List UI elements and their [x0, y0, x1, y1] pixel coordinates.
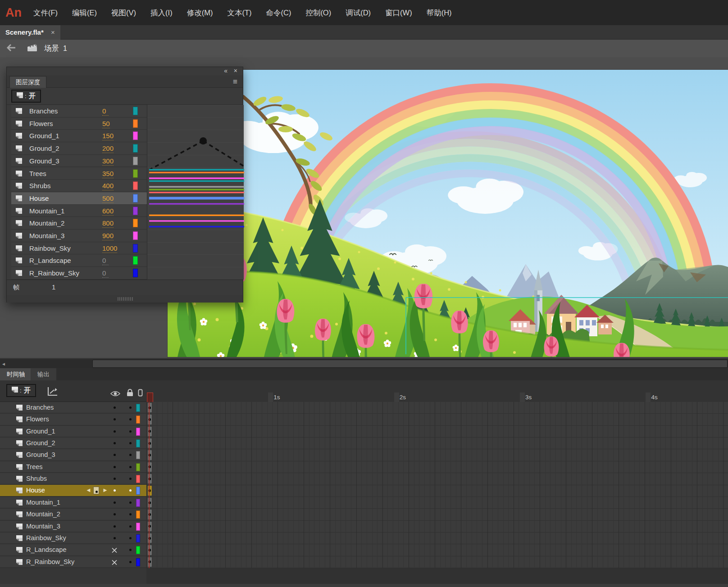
layer-color-chip[interactable] [133, 194, 138, 203]
depth-layer-row-R_Rainbow_Sky[interactable]: R_Rainbow_Sky0 [11, 267, 147, 280]
timeline-layer-row-R_Rainbow_Sky[interactable]: R_Rainbow_Sky [0, 556, 146, 568]
layer-color-chip[interactable] [133, 244, 138, 253]
depth-layer-row-Mountain_2[interactable]: Mountain_2800 [11, 217, 147, 230]
layer-color-chip[interactable] [136, 499, 140, 507]
layer-depth-value[interactable]: 150 [102, 132, 114, 140]
keyframe-Trees-frame-1[interactable] [148, 462, 152, 472]
layer-color-chip[interactable] [133, 107, 138, 115]
layer-depth-value[interactable]: 900 [102, 232, 114, 240]
visibility-dot[interactable] [114, 430, 116, 433]
depth-layer-row-Ground_3[interactable]: Ground_3300 [11, 155, 147, 167]
menu-item[interactable]: 编辑(E) [65, 0, 104, 25]
visibility-dot[interactable] [114, 525, 116, 528]
panel-collapse-icon[interactable]: « [224, 67, 228, 74]
lock-dot[interactable] [129, 454, 132, 456]
layer-depth-value[interactable]: 200 [102, 144, 114, 153]
keyframe-Mountain_1-frame-1[interactable] [148, 498, 152, 507]
depth-layer-row-Shrubs[interactable]: Shrubs400 [11, 180, 147, 192]
layer-color-chip[interactable] [133, 131, 138, 140]
panel-tab-layer-depth[interactable]: 图层深度 [9, 76, 46, 88]
layer-color-chip[interactable] [136, 558, 140, 566]
hidden-x-icon[interactable] [111, 547, 118, 555]
layer-color-chip[interactable] [136, 534, 140, 542]
scrollbar-thumb[interactable] [92, 360, 728, 368]
timeline-layer-row-Rainbow_Sky[interactable]: Rainbow_Sky [0, 533, 146, 544]
prev-keyframe-icon[interactable]: ◄ [86, 487, 91, 493]
depth-layer-row-Mountain_1[interactable]: Mountain_1600 [11, 205, 147, 217]
visibility-dot[interactable] [114, 406, 116, 409]
panel-menu-icon[interactable]: ≡ [233, 76, 237, 88]
timeline-layer-row-Branches[interactable]: Branches [0, 402, 146, 413]
timeline-frames-grid[interactable] [146, 402, 728, 568]
menu-item[interactable]: 文本(T) [220, 0, 259, 25]
keyframe-Rainbow_Sky-frame-1[interactable] [148, 533, 152, 543]
layer-color-chip[interactable] [133, 231, 138, 240]
layer-depth-value[interactable]: 300 [102, 157, 114, 166]
visibility-dot[interactable] [114, 454, 116, 456]
keyframe-Ground_1-frame-1[interactable] [148, 427, 152, 436]
lock-dot[interactable] [129, 489, 132, 492]
layer-color-chip[interactable] [133, 119, 138, 128]
visibility-column-eye-icon[interactable] [110, 390, 120, 399]
menu-item[interactable]: 控制(O) [298, 0, 338, 25]
timeline-layer-row-Ground_1[interactable]: Ground_1 [0, 426, 146, 437]
visibility-dot[interactable] [114, 501, 116, 504]
layer-color-chip[interactable] [136, 523, 140, 531]
timeline-layer-row-Mountain_3[interactable]: Mountain_3 [0, 521, 146, 532]
timeline-layer-row-Ground_3[interactable]: Ground_3 [0, 449, 146, 461]
layer-depth-value[interactable]: 800 [102, 219, 114, 228]
menu-item[interactable]: 视图(V) [104, 0, 143, 25]
visibility-dot[interactable] [114, 537, 116, 539]
keyframe-Mountain_2-frame-1[interactable] [148, 510, 152, 519]
layer-color-chip[interactable] [133, 181, 138, 190]
back-arrow-icon[interactable] [6, 44, 16, 54]
keyframe-Ground_3-frame-1[interactable] [148, 450, 152, 460]
horizontal-scrollbar[interactable]: ◄ [0, 358, 728, 368]
depth-layer-row-House[interactable]: House500 [11, 192, 147, 205]
panel-resize-grip[interactable] [118, 297, 133, 301]
timeline-layer-row-Mountain_2[interactable]: Mountain_2 [0, 509, 146, 520]
lock-dot[interactable] [129, 442, 132, 444]
keyframe-R_Rainbow_Sky-frame-1[interactable] [148, 557, 152, 567]
menu-item[interactable]: 命令(C) [259, 0, 298, 25]
layer-depth-value[interactable]: 0 [102, 257, 109, 265]
keyframe-Branches-frame-1[interactable] [148, 403, 152, 412]
layer-color-chip[interactable] [136, 404, 140, 412]
depth-graph[interactable] [147, 105, 244, 280]
layer-depth-value[interactable]: 0 [102, 107, 109, 116]
lock-dot[interactable] [129, 466, 132, 468]
timeline-layer-row-Ground_2[interactable]: Ground_2 [0, 438, 146, 449]
depth-layer-row-Ground_1[interactable]: Ground_1150 [11, 130, 147, 142]
current-frame-marker[interactable] [93, 487, 99, 494]
layer-color-chip[interactable] [133, 169, 138, 178]
menu-item[interactable]: 窗口(W) [378, 0, 419, 25]
layer-depth-value[interactable]: 1000 [102, 244, 117, 253]
scrollbar-left-arrow-icon[interactable]: ◄ [0, 360, 7, 368]
depth-layer-row-Branches[interactable]: Branches0 [11, 105, 147, 117]
next-keyframe-icon[interactable]: ► [102, 487, 108, 493]
lock-dot[interactable] [129, 513, 132, 515]
lock-dot[interactable] [129, 549, 132, 551]
depth-layer-row-Flowers[interactable]: Flowers50 [11, 117, 147, 130]
keyframe-R_Landscape-frame-1[interactable] [148, 545, 152, 555]
layer-depth-value[interactable]: 400 [102, 182, 114, 190]
hidden-x-icon[interactable] [111, 559, 118, 567]
keyframe-House-frame-1[interactable] [148, 486, 152, 495]
frame-value[interactable]: 1 [52, 283, 55, 291]
depth-layer-row-R_Landscape[interactable]: R_Landscape0 [11, 254, 147, 267]
layer-color-chip[interactable] [136, 415, 140, 424]
lock-dot[interactable] [129, 430, 132, 433]
menu-item[interactable]: 修改(M) [180, 0, 220, 25]
layer-color-chip[interactable] [136, 546, 140, 554]
timeline-layer-row-Trees[interactable]: Trees [0, 461, 146, 473]
layer-color-chip[interactable] [136, 487, 140, 495]
visibility-dot[interactable] [114, 418, 116, 420]
lock-dot[interactable] [129, 418, 132, 420]
depth-layer-row-Ground_2[interactable]: Ground_2200 [11, 142, 147, 155]
tab-output[interactable]: 输出 [31, 368, 56, 380]
layer-color-chip[interactable] [133, 144, 138, 153]
camera-dot[interactable] [200, 137, 207, 144]
visibility-dot[interactable] [114, 442, 116, 444]
keyframe-Shrubs-frame-1[interactable] [148, 474, 152, 483]
layer-color-chip[interactable] [136, 439, 140, 447]
